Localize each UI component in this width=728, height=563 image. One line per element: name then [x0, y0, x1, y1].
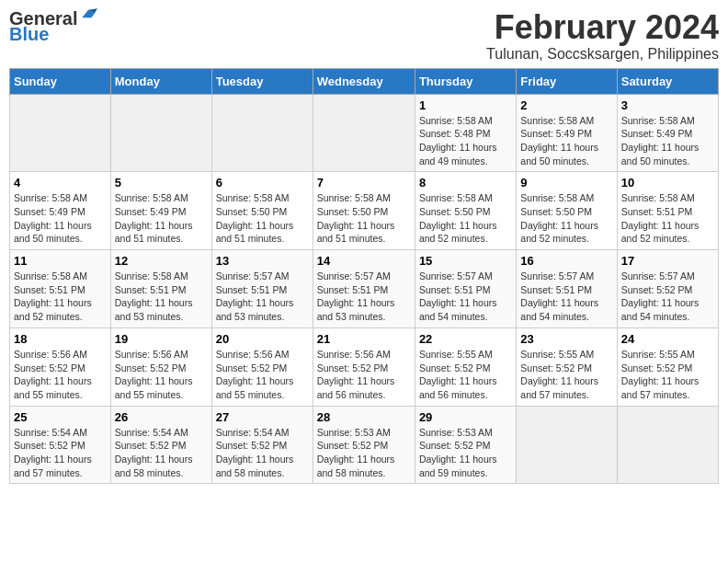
day-info: Sunrise: 5:57 AMSunset: 5:51 PMDaylight:… [216, 270, 309, 324]
calendar-cell: 1Sunrise: 5:58 AMSunset: 5:48 PMDaylight… [415, 94, 516, 172]
calendar-title: February 2024 [486, 9, 719, 46]
calendar-cell: 12Sunrise: 5:58 AMSunset: 5:51 PMDayligh… [110, 250, 211, 328]
calendar-cell: 29Sunrise: 5:53 AMSunset: 5:52 PMDayligh… [415, 406, 516, 484]
day-number: 9 [520, 176, 612, 190]
calendar-cell: 7Sunrise: 5:58 AMSunset: 5:50 PMDaylight… [313, 172, 415, 250]
title-area: February 2024 Tulunan, Soccsksargen, Phi… [486, 9, 719, 63]
day-number: 6 [216, 176, 309, 190]
day-info: Sunrise: 5:58 AMSunset: 5:49 PMDaylight:… [115, 191, 208, 246]
day-number: 15 [419, 254, 512, 268]
calendar-cell [110, 94, 211, 172]
calendar-cell [517, 406, 617, 484]
calendar-cell: 4Sunrise: 5:58 AMSunset: 5:49 PMDaylight… [10, 172, 111, 250]
day-number: 22 [419, 332, 512, 346]
calendar-cell: 25Sunrise: 5:54 AMSunset: 5:52 PMDayligh… [10, 406, 111, 484]
day-number: 20 [216, 332, 309, 346]
day-number: 18 [14, 332, 107, 346]
dow-header: Tuesday [211, 68, 313, 94]
day-number: 2 [520, 98, 612, 112]
calendar-cell: 19Sunrise: 5:56 AMSunset: 5:52 PMDayligh… [110, 327, 211, 406]
day-info: Sunrise: 5:58 AMSunset: 5:51 PMDaylight:… [14, 270, 107, 324]
calendar-cell: 23Sunrise: 5:55 AMSunset: 5:52 PMDayligh… [517, 327, 617, 406]
calendar-cell: 9Sunrise: 5:58 AMSunset: 5:50 PMDaylight… [517, 172, 617, 250]
calendar-cell: 18Sunrise: 5:56 AMSunset: 5:52 PMDayligh… [10, 327, 111, 406]
day-number: 5 [115, 176, 208, 190]
calendar-cell: 22Sunrise: 5:55 AMSunset: 5:52 PMDayligh… [415, 327, 516, 406]
day-number: 17 [621, 254, 714, 268]
logo-blue-text: Blue [9, 24, 49, 45]
day-info: Sunrise: 5:58 AMSunset: 5:51 PMDaylight:… [621, 191, 714, 246]
day-info: Sunrise: 5:58 AMSunset: 5:50 PMDaylight:… [317, 191, 411, 246]
day-number: 28 [317, 410, 411, 424]
day-number: 23 [520, 332, 612, 346]
day-info: Sunrise: 5:54 AMSunset: 5:52 PMDaylight:… [14, 426, 107, 480]
day-number: 25 [14, 410, 107, 424]
day-number: 4 [14, 176, 107, 190]
dow-header: Wednesday [313, 68, 415, 94]
day-number: 7 [317, 176, 411, 190]
calendar-cell: 11Sunrise: 5:58 AMSunset: 5:51 PMDayligh… [10, 250, 111, 328]
calendar-cell: 28Sunrise: 5:53 AMSunset: 5:52 PMDayligh… [313, 406, 415, 484]
calendar-cell [10, 94, 111, 172]
calendar-cell: 13Sunrise: 5:57 AMSunset: 5:51 PMDayligh… [211, 250, 313, 328]
day-number: 14 [317, 254, 411, 268]
day-number: 1 [419, 98, 512, 112]
dow-header: Friday [517, 68, 617, 94]
day-info: Sunrise: 5:57 AMSunset: 5:51 PMDaylight:… [520, 270, 612, 324]
day-info: Sunrise: 5:58 AMSunset: 5:48 PMDaylight:… [419, 114, 512, 168]
day-info: Sunrise: 5:58 AMSunset: 5:49 PMDaylight:… [520, 114, 612, 168]
day-info: Sunrise: 5:58 AMSunset: 5:49 PMDaylight:… [621, 114, 714, 168]
calendar-cell: 2Sunrise: 5:58 AMSunset: 5:49 PMDaylight… [517, 94, 617, 172]
day-info: Sunrise: 5:56 AMSunset: 5:52 PMDaylight:… [115, 348, 208, 402]
day-number: 8 [419, 176, 512, 190]
calendar-cell [313, 94, 415, 172]
logo: General Blue [9, 9, 97, 45]
day-info: Sunrise: 5:56 AMSunset: 5:52 PMDaylight:… [317, 348, 411, 402]
calendar-cell: 26Sunrise: 5:54 AMSunset: 5:52 PMDayligh… [110, 406, 211, 484]
calendar-subtitle: Tulunan, Soccsksargen, Philippines [486, 46, 719, 63]
calendar-table: SundayMondayTuesdayWednesdayThursdayFrid… [9, 68, 719, 485]
day-number: 16 [520, 254, 612, 268]
day-info: Sunrise: 5:54 AMSunset: 5:52 PMDaylight:… [216, 426, 309, 480]
day-info: Sunrise: 5:58 AMSunset: 5:49 PMDaylight:… [14, 191, 107, 246]
calendar-cell: 8Sunrise: 5:58 AMSunset: 5:50 PMDaylight… [415, 172, 516, 250]
day-info: Sunrise: 5:57 AMSunset: 5:51 PMDaylight:… [419, 270, 512, 324]
day-info: Sunrise: 5:58 AMSunset: 5:51 PMDaylight:… [115, 270, 208, 324]
dow-header: Saturday [617, 68, 718, 94]
calendar-cell: 5Sunrise: 5:58 AMSunset: 5:49 PMDaylight… [110, 172, 211, 250]
calendar-cell [211, 94, 313, 172]
calendar-cell: 6Sunrise: 5:58 AMSunset: 5:50 PMDaylight… [211, 172, 313, 250]
day-number: 24 [621, 332, 714, 346]
dow-header: Monday [110, 68, 211, 94]
calendar-cell: 20Sunrise: 5:56 AMSunset: 5:52 PMDayligh… [211, 327, 313, 406]
calendar-cell: 14Sunrise: 5:57 AMSunset: 5:51 PMDayligh… [313, 250, 415, 328]
day-number: 21 [317, 332, 411, 346]
day-number: 11 [14, 254, 107, 268]
day-info: Sunrise: 5:55 AMSunset: 5:52 PMDaylight:… [419, 348, 512, 402]
calendar-cell: 3Sunrise: 5:58 AMSunset: 5:49 PMDaylight… [617, 94, 718, 172]
calendar-cell: 15Sunrise: 5:57 AMSunset: 5:51 PMDayligh… [415, 250, 516, 328]
day-info: Sunrise: 5:53 AMSunset: 5:52 PMDaylight:… [317, 426, 411, 480]
day-info: Sunrise: 5:58 AMSunset: 5:50 PMDaylight:… [520, 191, 612, 246]
day-info: Sunrise: 5:57 AMSunset: 5:52 PMDaylight:… [621, 270, 714, 324]
day-number: 27 [216, 410, 309, 424]
day-number: 29 [419, 410, 512, 424]
day-number: 19 [115, 332, 208, 346]
day-number: 10 [621, 176, 714, 190]
dow-header: Sunday [10, 68, 111, 94]
calendar-cell: 10Sunrise: 5:58 AMSunset: 5:51 PMDayligh… [617, 172, 718, 250]
day-info: Sunrise: 5:55 AMSunset: 5:52 PMDaylight:… [621, 348, 714, 402]
calendar-cell: 27Sunrise: 5:54 AMSunset: 5:52 PMDayligh… [211, 406, 313, 484]
day-info: Sunrise: 5:58 AMSunset: 5:50 PMDaylight:… [419, 191, 512, 246]
calendar-cell: 17Sunrise: 5:57 AMSunset: 5:52 PMDayligh… [617, 250, 718, 328]
day-number: 3 [621, 98, 714, 112]
header: General Blue February 2024 Tulunan, Socc… [9, 9, 719, 63]
day-info: Sunrise: 5:56 AMSunset: 5:52 PMDaylight:… [14, 348, 107, 402]
dow-header: Thursday [415, 68, 516, 94]
day-info: Sunrise: 5:58 AMSunset: 5:50 PMDaylight:… [216, 191, 309, 246]
day-info: Sunrise: 5:53 AMSunset: 5:52 PMDaylight:… [419, 426, 512, 480]
logo-bird-icon [79, 8, 97, 21]
day-info: Sunrise: 5:57 AMSunset: 5:51 PMDaylight:… [317, 270, 411, 324]
day-info: Sunrise: 5:54 AMSunset: 5:52 PMDaylight:… [115, 426, 208, 480]
calendar-cell: 16Sunrise: 5:57 AMSunset: 5:51 PMDayligh… [517, 250, 617, 328]
